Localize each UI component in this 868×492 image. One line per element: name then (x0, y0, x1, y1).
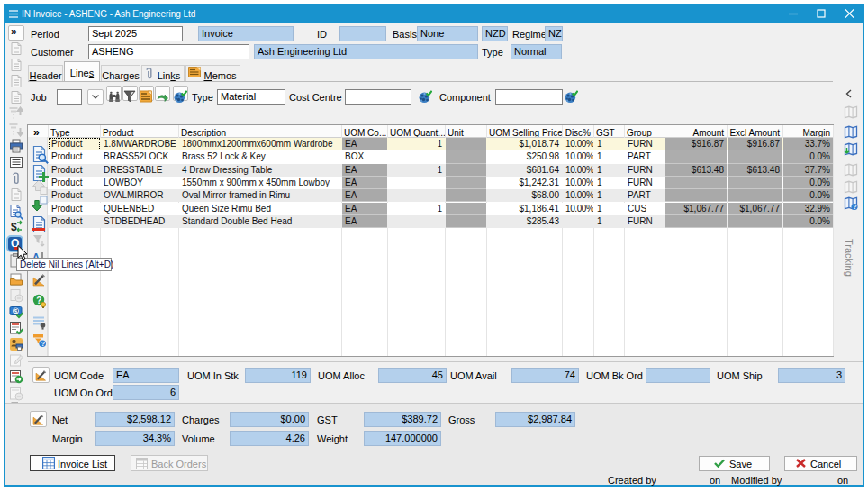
svg-text:$: $ (14, 308, 18, 315)
svg-text:?: ? (41, 340, 46, 348)
svg-text:?: ? (853, 204, 856, 210)
svg-text:$: $ (11, 221, 17, 233)
